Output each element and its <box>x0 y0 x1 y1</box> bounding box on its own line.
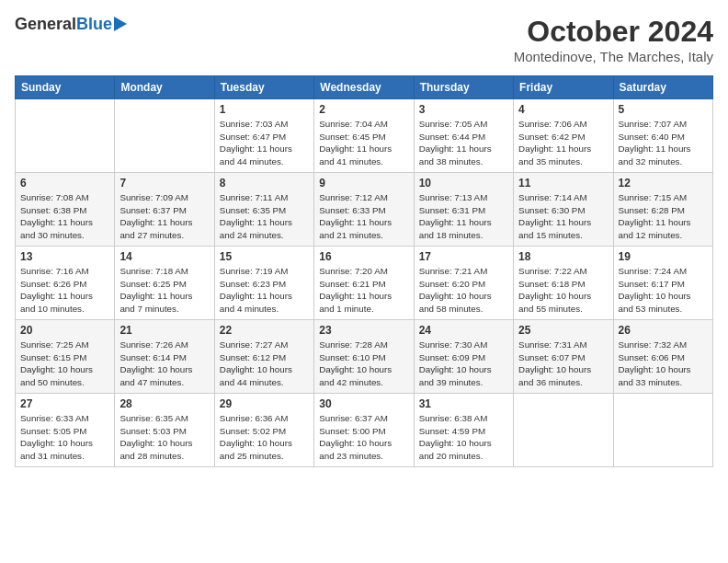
day-info: Sunrise: 7:32 AM Sunset: 6:06 PM Dayligh… <box>619 339 708 389</box>
calendar-cell: 9Sunrise: 7:12 AM Sunset: 6:33 PM Daylig… <box>314 173 414 247</box>
day-info: Sunrise: 6:38 AM Sunset: 4:59 PM Dayligh… <box>419 412 508 463</box>
day-info: Sunrise: 7:07 AM Sunset: 6:40 PM Dayligh… <box>619 118 708 168</box>
logo: General Blue <box>15 15 127 34</box>
day-number: 3 <box>419 103 508 116</box>
calendar-cell: 18Sunrise: 7:22 AM Sunset: 6:18 PM Dayli… <box>514 247 613 320</box>
day-number: 23 <box>319 324 408 337</box>
calendar-week-row: 6Sunrise: 7:08 AM Sunset: 6:38 PM Daylig… <box>16 173 713 247</box>
day-number: 22 <box>220 324 309 337</box>
calendar-cell: 14Sunrise: 7:18 AM Sunset: 6:25 PM Dayli… <box>115 247 214 320</box>
day-number: 11 <box>518 177 608 190</box>
day-info: Sunrise: 7:27 AM Sunset: 6:12 PM Dayligh… <box>220 339 309 389</box>
logo-arrow-icon <box>114 17 127 31</box>
day-info: Sunrise: 7:24 AM Sunset: 6:17 PM Dayligh… <box>619 265 708 316</box>
day-number: 21 <box>119 324 209 337</box>
calendar-cell: 27Sunrise: 6:33 AM Sunset: 5:05 PM Dayli… <box>16 394 115 467</box>
day-of-week-header: Monday <box>115 76 214 99</box>
day-info: Sunrise: 7:14 AM Sunset: 6:30 PM Dayligh… <box>518 191 608 242</box>
calendar-cell: 15Sunrise: 7:19 AM Sunset: 6:23 PM Dayli… <box>214 247 313 320</box>
calendar-cell: 8Sunrise: 7:11 AM Sunset: 6:35 PM Daylig… <box>214 173 313 247</box>
calendar-cell: 25Sunrise: 7:31 AM Sunset: 6:07 PM Dayli… <box>514 320 613 394</box>
month-title: October 2024 <box>514 15 713 49</box>
location-text: Montedinove, The Marches, Italy <box>514 49 713 64</box>
calendar-cell: 17Sunrise: 7:21 AM Sunset: 6:20 PM Dayli… <box>414 247 513 320</box>
day-info: Sunrise: 7:13 AM Sunset: 6:31 PM Dayligh… <box>419 191 508 242</box>
calendar-cell: 22Sunrise: 7:27 AM Sunset: 6:12 PM Dayli… <box>214 320 313 394</box>
day-info: Sunrise: 6:37 AM Sunset: 5:00 PM Dayligh… <box>319 412 408 463</box>
page-header: General Blue October 2024 Montedinove, T… <box>15 15 713 64</box>
calendar-header-row: SundayMondayTuesdayWednesdayThursdayFrid… <box>16 76 713 99</box>
calendar-cell: 30Sunrise: 6:37 AM Sunset: 5:00 PM Dayli… <box>314 394 414 467</box>
day-info: Sunrise: 6:35 AM Sunset: 5:03 PM Dayligh… <box>119 412 209 463</box>
day-info: Sunrise: 7:16 AM Sunset: 6:26 PM Dayligh… <box>20 265 109 316</box>
day-of-week-header: Thursday <box>414 76 513 99</box>
day-info: Sunrise: 7:25 AM Sunset: 6:15 PM Dayligh… <box>20 339 109 389</box>
calendar-cell <box>16 99 115 173</box>
day-info: Sunrise: 7:20 AM Sunset: 6:21 PM Dayligh… <box>319 265 408 316</box>
day-number: 19 <box>619 250 708 263</box>
day-number: 5 <box>619 103 708 116</box>
day-number: 13 <box>20 250 109 263</box>
day-info: Sunrise: 7:28 AM Sunset: 6:10 PM Dayligh… <box>319 339 408 389</box>
calendar-cell: 10Sunrise: 7:13 AM Sunset: 6:31 PM Dayli… <box>414 173 513 247</box>
day-number: 25 <box>518 324 608 337</box>
day-number: 28 <box>119 397 209 410</box>
calendar-cell: 2Sunrise: 7:04 AM Sunset: 6:45 PM Daylig… <box>314 99 414 173</box>
day-info: Sunrise: 7:08 AM Sunset: 6:38 PM Dayligh… <box>20 191 109 242</box>
day-info: Sunrise: 7:21 AM Sunset: 6:20 PM Dayligh… <box>419 265 508 316</box>
day-info: Sunrise: 7:26 AM Sunset: 6:14 PM Dayligh… <box>119 339 209 389</box>
calendar-cell: 21Sunrise: 7:26 AM Sunset: 6:14 PM Dayli… <box>115 320 214 394</box>
calendar-cell: 12Sunrise: 7:15 AM Sunset: 6:28 PM Dayli… <box>613 173 712 247</box>
calendar-week-row: 13Sunrise: 7:16 AM Sunset: 6:26 PM Dayli… <box>16 247 713 320</box>
day-info: Sunrise: 6:36 AM Sunset: 5:02 PM Dayligh… <box>220 412 309 463</box>
calendar-cell: 28Sunrise: 6:35 AM Sunset: 5:03 PM Dayli… <box>115 394 214 467</box>
day-of-week-header: Wednesday <box>314 76 414 99</box>
calendar-cell: 26Sunrise: 7:32 AM Sunset: 6:06 PM Dayli… <box>613 320 712 394</box>
day-info: Sunrise: 7:03 AM Sunset: 6:47 PM Dayligh… <box>220 118 309 168</box>
calendar-week-row: 1Sunrise: 7:03 AM Sunset: 6:47 PM Daylig… <box>16 99 713 173</box>
day-number: 1 <box>220 103 309 116</box>
calendar-cell: 19Sunrise: 7:24 AM Sunset: 6:17 PM Dayli… <box>613 247 712 320</box>
day-of-week-header: Sunday <box>16 76 115 99</box>
day-info: Sunrise: 7:19 AM Sunset: 6:23 PM Dayligh… <box>220 265 309 316</box>
calendar-cell: 29Sunrise: 6:36 AM Sunset: 5:02 PM Dayli… <box>214 394 313 467</box>
calendar-table: SundayMondayTuesdayWednesdayThursdayFrid… <box>15 75 713 467</box>
day-number: 27 <box>20 397 109 410</box>
calendar-cell: 5Sunrise: 7:07 AM Sunset: 6:40 PM Daylig… <box>613 99 712 173</box>
day-number: 31 <box>419 397 508 410</box>
day-of-week-header: Tuesday <box>214 76 313 99</box>
day-info: Sunrise: 7:22 AM Sunset: 6:18 PM Dayligh… <box>518 265 608 316</box>
calendar-cell: 24Sunrise: 7:30 AM Sunset: 6:09 PM Dayli… <box>414 320 513 394</box>
day-number: 9 <box>319 177 408 190</box>
day-number: 2 <box>319 103 408 116</box>
day-number: 6 <box>20 177 109 190</box>
day-number: 14 <box>119 250 209 263</box>
day-number: 24 <box>419 324 508 337</box>
calendar-week-row: 27Sunrise: 6:33 AM Sunset: 5:05 PM Dayli… <box>16 394 713 467</box>
day-info: Sunrise: 7:05 AM Sunset: 6:44 PM Dayligh… <box>419 118 508 168</box>
day-number: 10 <box>419 177 508 190</box>
day-number: 18 <box>518 250 608 263</box>
day-number: 16 <box>319 250 408 263</box>
day-info: Sunrise: 7:31 AM Sunset: 6:07 PM Dayligh… <box>518 339 608 389</box>
calendar-cell: 7Sunrise: 7:09 AM Sunset: 6:37 PM Daylig… <box>115 173 214 247</box>
calendar-cell: 4Sunrise: 7:06 AM Sunset: 6:42 PM Daylig… <box>514 99 613 173</box>
calendar-cell: 6Sunrise: 7:08 AM Sunset: 6:38 PM Daylig… <box>16 173 115 247</box>
logo-blue-text: Blue <box>76 15 112 34</box>
day-number: 7 <box>119 177 209 190</box>
calendar-cell <box>115 99 214 173</box>
day-info: Sunrise: 7:18 AM Sunset: 6:25 PM Dayligh… <box>119 265 209 316</box>
day-info: Sunrise: 7:12 AM Sunset: 6:33 PM Dayligh… <box>319 191 408 242</box>
calendar-week-row: 20Sunrise: 7:25 AM Sunset: 6:15 PM Dayli… <box>16 320 713 394</box>
day-number: 12 <box>619 177 708 190</box>
calendar-cell: 11Sunrise: 7:14 AM Sunset: 6:30 PM Dayli… <box>514 173 613 247</box>
day-info: Sunrise: 7:04 AM Sunset: 6:45 PM Dayligh… <box>319 118 408 168</box>
title-block: October 2024 Montedinove, The Marches, I… <box>514 15 713 64</box>
day-of-week-header: Friday <box>514 76 613 99</box>
day-number: 15 <box>220 250 309 263</box>
calendar-cell: 20Sunrise: 7:25 AM Sunset: 6:15 PM Dayli… <box>16 320 115 394</box>
calendar-cell <box>613 394 712 467</box>
day-info: Sunrise: 7:06 AM Sunset: 6:42 PM Dayligh… <box>518 118 608 168</box>
calendar-cell: 1Sunrise: 7:03 AM Sunset: 6:47 PM Daylig… <box>214 99 313 173</box>
calendar-cell: 23Sunrise: 7:28 AM Sunset: 6:10 PM Dayli… <box>314 320 414 394</box>
